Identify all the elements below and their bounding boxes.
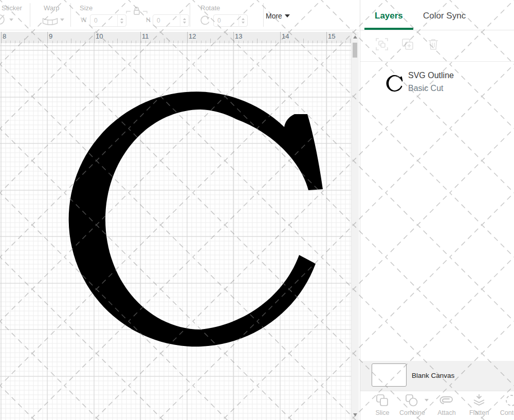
attach-button[interactable]: Attach [432,393,461,416]
rotate-section-label: Rotate [200,4,220,12]
toolbar-divider [70,3,71,27]
toolbar-divider [190,3,190,27]
canvas-vertical-scrollbar[interactable] [351,32,359,420]
letter-c-shape[interactable] [0,43,351,420]
sticker-section-label: Sticker [2,4,22,12]
ruler-number: 15 [328,32,335,40]
width-stepper[interactable] [117,15,126,26]
more-label: More [266,12,282,20]
lock-constrain-icon[interactable] [126,6,148,16]
combine-dropdown-caret[interactable] [425,399,429,401]
blank-canvas-label: Blank Canvas [412,372,454,379]
blank-canvas-swatch[interactable] [372,363,407,387]
tab-layers[interactable]: Layers [375,11,403,21]
rotate-stepper[interactable] [238,15,247,26]
warp-dropdown-caret[interactable] [60,19,64,21]
tab-color-sync[interactable]: Color Sync [423,11,466,21]
scrollbar-thumb[interactable] [353,43,357,58]
layer-title: SVG Outline [408,71,454,80]
active-tab-indicator [364,28,413,30]
ruler-number: 11 [142,32,149,40]
more-caret-icon [285,14,290,17]
warp-section-label: Warp [44,4,60,12]
slice-icon [376,394,389,407]
ruler-number: 14 [282,32,289,40]
more-button[interactable]: More [266,12,290,20]
layer-actions-row [360,36,514,58]
flatten-icon [472,394,486,407]
combine-icon [405,394,419,407]
ruler-number: 9 [49,32,52,40]
sticker-dropdown-caret[interactable] [9,19,13,21]
height-label: H [146,16,151,24]
scroll-up-arrow-icon[interactable] [353,35,357,39]
size-section-label: Size [80,4,93,12]
design-canvas[interactable] [0,43,351,420]
layer-tools-bar: Slice Combine Attach Flat [360,391,514,420]
scroll-down-arrow-icon[interactable] [353,413,357,416]
blank-canvas-row[interactable]: Blank Canvas [360,361,514,391]
toolbar-divider [263,3,264,27]
ruler-number: 13 [235,32,242,40]
height-stepper[interactable] [180,15,189,26]
ruler-number: 12 [189,32,196,40]
layer-subtitle: Basic Cut [408,84,443,93]
toolbar-divider [30,3,30,27]
sticker-icon[interactable] [0,14,8,25]
select-all-icon[interactable] [376,38,388,50]
top-toolbar: Sticker Warp Size W 0 H 0 [0,0,359,30]
ruler-number: 10 [96,32,103,40]
contour-button[interactable]: Contour [497,393,514,416]
horizontal-ruler: 8 9 10 11 12 13 14 15 [0,32,351,44]
attach-icon [438,394,455,407]
flatten-button[interactable]: Flatten [465,393,493,416]
layer-thumbnail-c [386,73,403,94]
panel-tabs: Layers Color Sync [360,0,514,30]
slice-button[interactable]: Slice [368,393,397,416]
contour-icon [505,394,514,407]
warp-icon[interactable] [42,16,58,26]
height-value[interactable]: 0 [153,17,180,24]
ruler-number: 8 [3,32,6,40]
design-app-window: Sticker Warp Size W 0 H 0 [0,0,514,420]
width-value[interactable]: 0 [90,17,117,24]
layer-row[interactable]: SVG Outline Basic Cut [360,68,514,98]
layers-panel: Layers Color Sync [360,0,514,420]
duplicate-icon[interactable] [401,38,414,50]
width-input[interactable]: 0 [90,14,126,27]
combine-button[interactable]: Combine [398,393,427,416]
rotate-icon[interactable] [199,15,211,26]
delete-icon[interactable] [427,38,439,50]
width-label: W [81,16,86,24]
panel-divider [360,61,514,62]
height-input[interactable]: 0 [153,14,189,27]
rotate-value[interactable]: 0 [214,17,238,24]
rotate-input[interactable]: 0 [213,14,248,27]
